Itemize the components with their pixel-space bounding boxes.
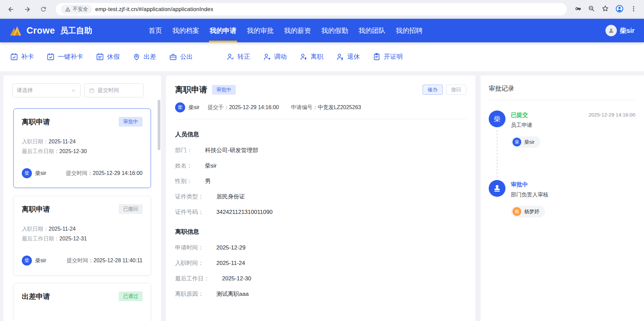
action-regularization[interactable]: 转正 (226, 52, 250, 61)
brand-name: Crowe (26, 26, 55, 36)
approval-timeline: 柴 已提交 员工申请 柴 柴sir 2025-12-29 14:16:00 审批… (489, 110, 635, 217)
card-row: 入职日期：2025-11-24 (22, 137, 143, 146)
field-last-work-day: 最后工作日：2025-12-30 (175, 275, 466, 282)
withdraw-button[interactable]: 撤回 (446, 85, 466, 95)
select-placeholder: 请选择 (17, 87, 33, 94)
avatar: 柴 (513, 138, 521, 146)
card-title: 离职申请 (22, 117, 50, 127)
submit-time: 提交时间：2025-12-29 14:16:00 (66, 170, 143, 177)
action-patch-clock[interactable]: 补卡 (10, 52, 34, 61)
product-title: 员工自助 (60, 25, 92, 36)
certificate-icon (373, 53, 381, 61)
record-time: 2025-12-29 14:16:00 (589, 112, 635, 118)
status-filter-select[interactable]: 请选择 (12, 83, 80, 97)
back-icon[interactable] (5, 4, 17, 15)
security-badge[interactable]: 不安全 (61, 5, 92, 14)
nav-item-team[interactable]: 我的团队 (359, 19, 385, 42)
submitted-at: 提交于：2025-12-29 14:16:00 (208, 104, 279, 111)
avatar: 柴 (175, 102, 185, 112)
bookmark-star-icon[interactable] (601, 5, 609, 14)
card-title: 离职申请 (22, 204, 50, 214)
user-menu[interactable]: 柴sir (605, 25, 635, 36)
field-reason: 离职原因：测试离职aaa (175, 291, 466, 297)
nav-item-approvals[interactable]: 我的审批 (247, 19, 274, 42)
card-row: 入职日期：2025-11-24 (22, 224, 143, 234)
approval-record-submitted: 柴 已提交 员工申请 柴 柴sir 2025-12-29 14:16:00 (489, 110, 635, 148)
calendar-rest-icon (96, 53, 104, 61)
briefcase-icon (169, 53, 177, 61)
person-chip: 柴 柴sir (511, 136, 540, 148)
nav-item-salary[interactable]: 我的薪资 (284, 19, 311, 42)
nav-item-attendance[interactable]: 我的假勤 (321, 19, 348, 42)
person-leave-icon (300, 53, 308, 61)
record-desc: 部门负责人审核 (511, 191, 548, 198)
application-card-business-trip[interactable]: 出差申请 已通过 (13, 283, 151, 321)
crowe-logo-icon (9, 26, 23, 36)
calendar-check-icon (47, 53, 55, 61)
calendar-check-icon (10, 53, 18, 61)
person-name: 柴sir (524, 139, 535, 145)
action-business-trip[interactable]: 出差 (132, 52, 156, 61)
section-title-resignation: 离职信息 (175, 228, 466, 236)
person-check-icon (226, 53, 234, 61)
card-title: 出差申请 (22, 292, 50, 301)
map-pin-icon (132, 53, 141, 61)
field-name: 姓名：柴sir (175, 163, 466, 169)
refresh-icon[interactable] (38, 4, 49, 15)
action-official-out[interactable]: 公出 (169, 52, 193, 61)
user-name: 柴sir (620, 26, 635, 35)
divider (489, 100, 635, 100)
nav-item-home[interactable]: 首页 (149, 19, 162, 42)
field-hire-date: 入职时间：2025-11-24 (175, 260, 466, 267)
password-key-icon[interactable] (574, 5, 582, 14)
brand: Crowe 员工自助 (9, 25, 92, 36)
person-retire-icon (336, 53, 344, 61)
person-name: 杨梦婷 (524, 209, 539, 215)
application-card-resignation-1[interactable]: 离职申请 审批中 入职日期：2025-11-24 最后工作日期：2025-12-… (13, 108, 151, 188)
action-leave[interactable]: 休假 (96, 52, 120, 61)
action-batch-patch-clock[interactable]: 一键补卡 (47, 52, 83, 61)
list-scrollbar[interactable] (158, 100, 160, 150)
profile-avatar-icon[interactable] (615, 4, 624, 14)
application-list-panel: 请选择 提交时间 离职申请 审批中 入职日期：2025-11-24 最后工作日期… (3, 76, 161, 321)
card-row: 最后工作日期：2025-12-30 (22, 146, 143, 156)
quick-action-toolbar: 补卡 一键补卡 休假 出差 公出 转正 调动 离职 退休 开证明 (0, 42, 644, 71)
security-label: 不安全 (73, 6, 88, 12)
field-apply-date: 申请时间：2025-12-29 (175, 244, 466, 251)
action-resignation[interactable]: 离职 (300, 52, 323, 61)
field-department: 部门：科技公司-研发管理部 (175, 147, 466, 154)
avatar: 柴 (489, 110, 505, 127)
submit-time-filter[interactable]: 提交时间 (85, 83, 144, 97)
urge-button[interactable]: 催办 (423, 85, 443, 95)
approval-record-panel: 审批记录 柴 已提交 员工申请 柴 柴sir 2025-12-29 14:16:… (481, 76, 644, 321)
action-retirement[interactable]: 退休 (336, 52, 360, 61)
application-card-resignation-2[interactable]: 离职申请 已撤回 入职日期：2025-11-24 最后工作日期：2025-12-… (13, 196, 151, 275)
nav-item-archive[interactable]: 我的档案 (172, 19, 199, 42)
address-bar[interactable]: 不安全 emp-test.zjf-it.cn/#/application/app… (56, 3, 567, 15)
calendar-icon (89, 88, 95, 93)
card-row: 最后工作日期：2025-12-31 (22, 234, 143, 243)
avatar: 柴 (22, 168, 32, 178)
section-title-personnel: 人员信息 (175, 130, 466, 138)
stamp-icon (493, 184, 501, 193)
application-number: 申请编号：中竞发LZ2025263 (291, 104, 361, 111)
field-id-number: 证件号码：342421121310011090 (175, 209, 466, 216)
nav-item-applications[interactable]: 我的申请 (210, 19, 236, 42)
stamp-avatar (489, 180, 505, 197)
menu-dots-icon[interactable] (630, 5, 637, 14)
record-status: 审批中 (511, 181, 548, 188)
nav-item-recruiting[interactable]: 我的招聘 (396, 19, 423, 42)
action-transfer[interactable]: 调动 (263, 52, 287, 61)
action-certificate[interactable]: 开证明 (373, 52, 403, 61)
application-detail-panel: 离职申请 审批中 催办 撤回 柴 柴sir 提交于：2025-12-29 14:… (166, 76, 475, 321)
status-badge: 已通过 (119, 291, 143, 301)
url-text[interactable]: emp-test.zjf-it.cn/#/application/applica… (95, 6, 213, 12)
date-placeholder: 提交时间 (98, 87, 119, 94)
browser-toolbar: 不安全 emp-test.zjf-it.cn/#/application/app… (0, 0, 644, 19)
zoom-out-icon[interactable] (588, 5, 595, 14)
detail-status-badge: 审批中 (212, 85, 236, 95)
detail-title: 离职申请 (175, 84, 207, 95)
applicant-name: 柴sir (35, 257, 46, 264)
forward-icon[interactable] (21, 4, 33, 15)
person-chip: 杨 杨梦婷 (511, 206, 545, 217)
